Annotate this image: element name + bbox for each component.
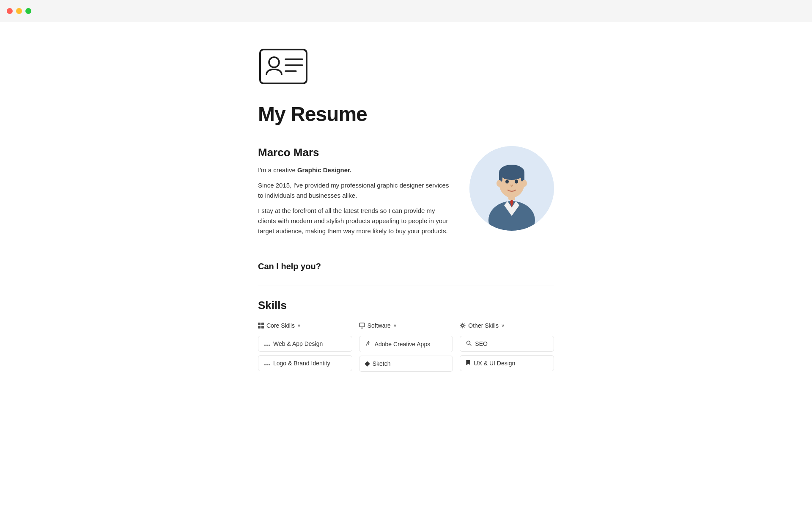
profile-text: Marco Mars I'm a creative Graphic Design… xyxy=(258,146,453,241)
skill-logo-brand[interactable]: Logo & Brand Identity xyxy=(258,355,352,371)
svg-rect-17 xyxy=(261,323,264,325)
skill-label-ux-ui: UX & UI Design xyxy=(474,360,515,367)
diamond-icon xyxy=(365,361,369,367)
core-skills-chevron: ∨ xyxy=(297,323,301,329)
content-wrapper: My Resume Marco Mars I'm a creative Grap… xyxy=(0,22,812,406)
software-header[interactable]: Software ∨ xyxy=(359,322,453,329)
svg-rect-18 xyxy=(258,326,261,329)
svg-point-14 xyxy=(505,180,509,184)
other-skills-column: Other Skills ∨ SEO xyxy=(460,322,554,372)
svg-point-15 xyxy=(515,180,518,184)
core-skills-column: Core Skills ∨ Web & App Design Logo & xyxy=(258,322,352,372)
page-title: My Resume xyxy=(258,102,554,126)
svg-point-23 xyxy=(462,325,464,327)
core-skills-label: Core Skills xyxy=(266,322,295,329)
svg-point-13 xyxy=(522,180,527,187)
content: My Resume Marco Mars I'm a creative Grap… xyxy=(258,47,554,372)
profile-name: Marco Mars xyxy=(258,146,453,159)
gear-icon xyxy=(460,323,466,329)
skill-label-sketch: Sketch xyxy=(373,360,391,367)
avatar xyxy=(469,146,554,231)
skill-ux-ui[interactable]: UX & UI Design xyxy=(460,355,554,371)
skills-grid: Core Skills ∨ Web & App Design Logo & xyxy=(258,322,554,372)
adobe-icon xyxy=(365,340,371,348)
skill-label-seo: SEO xyxy=(475,340,488,347)
svg-point-12 xyxy=(497,180,502,187)
skills-section: Skills Core Skills ∨ xyxy=(258,299,554,372)
svg-rect-0 xyxy=(260,50,307,83)
svg-point-9 xyxy=(499,165,524,180)
skill-label-adobe: Adobe Creative Apps xyxy=(375,341,431,348)
svg-point-1 xyxy=(269,57,279,67)
skill-sketch[interactable]: Sketch xyxy=(359,356,453,372)
profile-section: Marco Mars I'm a creative Graphic Design… xyxy=(258,146,554,241)
software-column: Software ∨ Adobe Creative Apps xyxy=(359,322,453,372)
skill-adobe[interactable]: Adobe Creative Apps xyxy=(359,336,453,352)
help-section: Can I help you? xyxy=(258,262,554,271)
grid-icon xyxy=(258,323,264,329)
svg-rect-19 xyxy=(261,326,264,329)
bookmark-icon xyxy=(466,360,470,367)
svg-rect-16 xyxy=(258,323,261,325)
close-button[interactable] xyxy=(7,8,13,14)
software-chevron: ∨ xyxy=(393,323,397,329)
skill-label-web-app: Web & App Design xyxy=(273,340,323,347)
resume-icon xyxy=(258,47,309,86)
dots-icon-2 xyxy=(264,360,270,367)
monitor-icon xyxy=(359,323,365,329)
titlebar xyxy=(0,0,812,22)
avatar-container xyxy=(469,146,554,231)
skill-label-logo-brand: Logo & Brand Identity xyxy=(273,360,330,367)
profile-intro: I'm a creative Graphic Designer. xyxy=(258,165,453,175)
svg-line-25 xyxy=(470,344,472,346)
profile-desc1: Since 2015, I've provided my professiona… xyxy=(258,180,453,201)
dots-icon-1 xyxy=(264,341,270,347)
skills-title: Skills xyxy=(258,299,554,312)
profile-desc2: I stay at the forefront of all the lates… xyxy=(258,206,453,236)
section-divider xyxy=(258,285,554,285)
skill-seo[interactable]: SEO xyxy=(460,336,554,352)
minimize-button[interactable] xyxy=(16,8,22,14)
search-icon xyxy=(466,340,472,347)
maximize-button[interactable] xyxy=(25,8,31,14)
software-label: Software xyxy=(368,322,391,329)
help-title: Can I help you? xyxy=(258,262,554,271)
svg-rect-20 xyxy=(359,323,365,327)
other-skills-label: Other Skills xyxy=(468,322,499,329)
other-skills-header[interactable]: Other Skills ∨ xyxy=(460,322,554,329)
core-skills-header[interactable]: Core Skills ∨ xyxy=(258,322,352,329)
skill-web-app-design[interactable]: Web & App Design xyxy=(258,336,352,352)
other-skills-chevron: ∨ xyxy=(501,323,505,329)
